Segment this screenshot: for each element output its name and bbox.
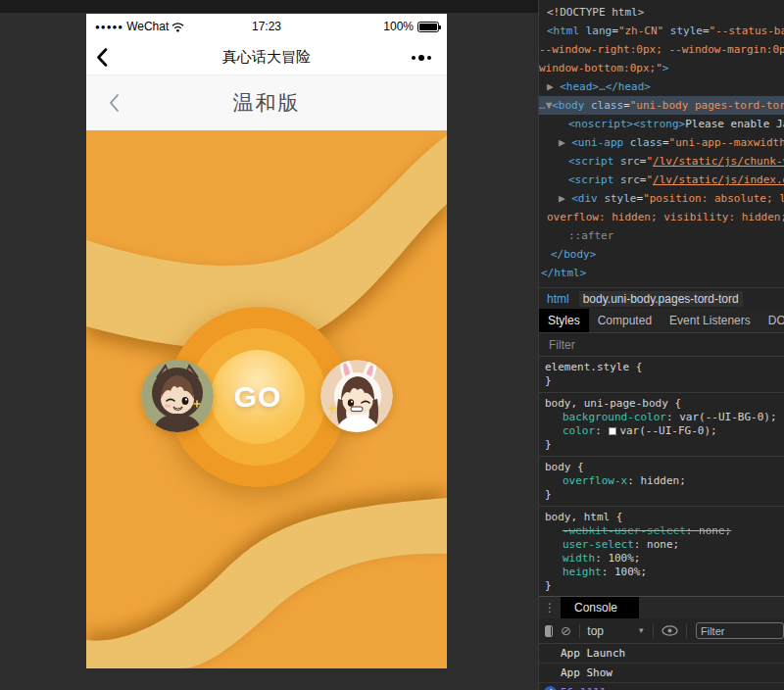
breadcrumb: html body.uni-body.pages-tord-tord	[539, 287, 784, 309]
css-rule[interactable]: element.style {}	[539, 357, 784, 393]
cat-hood-avatar	[141, 360, 214, 432]
code-line[interactable]: <script src="/lv/static/js/chunk-vend	[539, 152, 784, 171]
css-declaration[interactable]: -webkit-user-select: none;	[545, 524, 778, 538]
styles-filter-bar	[539, 333, 784, 357]
breadcrumb-body[interactable]: body.uni-body.pages-tord-tord	[579, 291, 743, 307]
bunny-hood-avatar	[320, 360, 393, 432]
styles-filter-input[interactable]	[547, 337, 743, 353]
more-menu-button[interactable]	[412, 39, 431, 75]
sub-header: 温和版	[86, 75, 447, 130]
tab-styles[interactable]: Styles	[539, 309, 589, 332]
code-line[interactable]: <html lang="zh-CN" style="--status-bar-h…	[539, 22, 784, 40]
css-declaration[interactable]: overflow-x: hidden;	[545, 474, 778, 488]
tab-dom-breakpoints[interactable]: DOM Breakpoints	[760, 309, 784, 332]
code-line[interactable]: ::after	[539, 226, 784, 245]
live-expression-icon[interactable]	[662, 625, 678, 636]
chevron-down-icon: ▼	[637, 626, 645, 635]
mode-title: 温和版	[86, 75, 447, 130]
console-filter-input[interactable]	[696, 622, 784, 639]
css-declaration[interactable]: background-color: var(--UI-BG-0);	[545, 411, 778, 424]
code-line[interactable]: ▶ <head>…</head>	[539, 77, 784, 96]
code-line[interactable]: <script src="/lv/static/js/index.dd97	[539, 171, 784, 189]
code-line[interactable]: overflow: hidden; visibility: hidden;">	[539, 208, 784, 226]
console-drawer: ⋮ Console ⊘ top ▼ App LaunchApp Show56 1…	[539, 596, 784, 690]
css-rule[interactable]: body, html {-webkit-user-select: none;us…	[539, 507, 784, 596]
battery-percent: 100%	[383, 20, 414, 33]
tab-event-listeners[interactable]: Event Listeners	[661, 309, 760, 332]
console-message: 56 11114	[539, 683, 784, 690]
elements-tree: <!DOCTYPE html><html lang="zh-CN" style=…	[539, 0, 784, 287]
styles-tabs: StylesComputedEvent ListenersDOM Breakpo…	[539, 309, 784, 333]
drawer-menu-icon[interactable]: ⋮	[539, 597, 561, 618]
code-line[interactable]: --window-right:0px; --window-margin:0px;…	[539, 40, 784, 59]
context-selector[interactable]: top ▼	[587, 624, 645, 638]
tab-console[interactable]: Console	[561, 597, 639, 618]
css-declaration[interactable]: width: 100%;	[545, 552, 778, 566]
console-message: App Launch	[539, 644, 784, 664]
go-label: GO	[211, 350, 305, 444]
status-bar: ●●●●● WeChat 17:23 100%	[86, 14, 447, 39]
code-line[interactable]: </body>	[539, 245, 784, 264]
more-menu-icon	[412, 56, 416, 60]
go-button[interactable]: GO	[211, 350, 305, 444]
css-rule[interactable]: body {overflow-x: hidden;}	[539, 457, 784, 507]
battery-icon	[417, 22, 439, 32]
code-line[interactable]: </html>	[539, 264, 784, 282]
color-swatch[interactable]	[609, 427, 616, 435]
console-sidebar-icon[interactable]	[545, 625, 553, 637]
console-toolbar: ⊘ top ▼	[539, 618, 784, 644]
nav-bar: 真心话大冒险	[86, 39, 447, 75]
clear-console-icon[interactable]: ⊘	[561, 623, 571, 638]
breadcrumb-html[interactable]: html	[547, 292, 569, 306]
styles-pane: element.style {}body, uni-page-body {bac…	[539, 357, 784, 596]
code-line[interactable]: …▼<body class="uni-body pages-tord-tord"…	[539, 96, 784, 115]
console-tabbar: ⋮ Console	[539, 597, 784, 618]
phone-emulator: ●●●●● WeChat 17:23 100% 真心话大冒险	[86, 14, 447, 668]
window-top-strip	[0, 0, 538, 13]
css-declaration[interactable]: color: var(--UI-FG-0);	[545, 424, 778, 438]
screenshot-root: ●●●●● WeChat 17:23 100% 真心话大冒险	[0, 0, 784, 690]
console-message: App Show	[539, 664, 784, 683]
player-avatar-right	[320, 360, 393, 432]
devtools-panel: <!DOCTYPE html><html lang="zh-CN" style=…	[538, 0, 784, 690]
status-right: 100%	[383, 14, 439, 39]
code-line[interactable]: ▶ <uni-app class="uni-app--maxwidth">…<	[539, 133, 784, 152]
context-selector-value: top	[587, 624, 604, 638]
code-line[interactable]: <!DOCTYPE html>	[539, 3, 784, 22]
code-line[interactable]: <noscript><strong>Please enable JavaS	[539, 115, 784, 133]
console-messages: App LaunchApp Show56 11114	[539, 644, 784, 690]
css-declaration[interactable]: height: 100%;	[545, 566, 778, 579]
tab-computed[interactable]: Computed	[589, 309, 661, 332]
code-line[interactable]: window-bottom:0px;">	[539, 59, 784, 77]
repeat-count-badge: 4	[544, 686, 557, 690]
game-canvas: GO	[86, 130, 447, 668]
player-avatar-left	[141, 360, 214, 432]
css-declaration[interactable]: user-select: none;	[545, 538, 778, 552]
css-rule[interactable]: body, uni-page-body {background-color: v…	[539, 393, 784, 457]
page-title: 真心话大冒险	[86, 39, 447, 75]
bottom-wave	[86, 498, 447, 668]
code-line[interactable]: ▶ <div style="position: absolute; left:	[539, 189, 784, 208]
